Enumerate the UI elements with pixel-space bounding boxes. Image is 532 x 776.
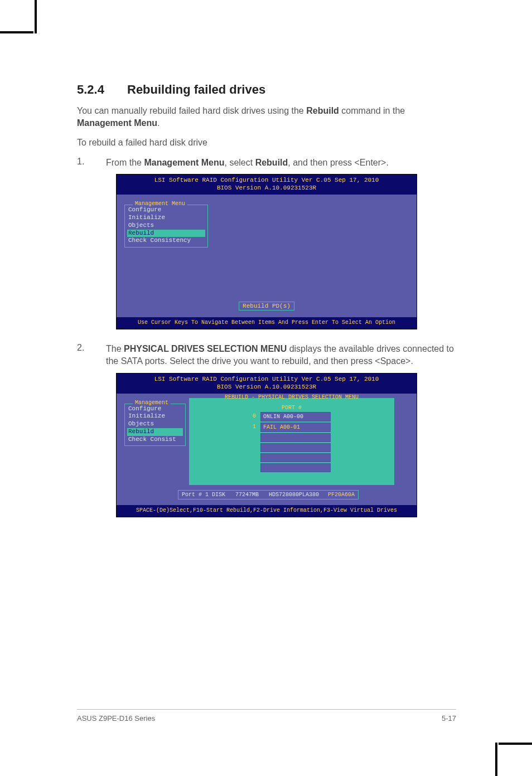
info-firmware: PF20A60A xyxy=(328,492,355,498)
page-content: 5.2.4Rebuilding failed drives You can ma… xyxy=(77,83,456,531)
drive-selection-panel: REBUILD - PHYSICAL DRIVES SELECTION MENU… xyxy=(189,398,394,485)
step-number: 2. xyxy=(77,343,106,367)
bios-body: Management Menu Configure Initialize Obj… xyxy=(117,195,417,317)
menu-item-rebuild[interactable]: Rebuild xyxy=(127,428,183,436)
info-port: Port # 1 DISK xyxy=(182,492,225,498)
bios-title: LSI Software RAID Configuration Utility … xyxy=(117,174,417,185)
drive-row-empty xyxy=(253,443,331,452)
drive-cell: FAIL A00-01 xyxy=(260,423,331,432)
menu-item-configure[interactable]: Configure xyxy=(127,206,205,214)
menu-item-objects[interactable]: Objects xyxy=(127,222,205,230)
bios-body: Management Configure Initialize Objects … xyxy=(117,394,417,505)
drive-info-row: Port # 1 DISK 77247MB HDS728080PLA380 PF… xyxy=(178,490,359,499)
management-menu: Management Configure Initialize Objects … xyxy=(124,404,186,447)
menu-item-check[interactable]: Check Consistency xyxy=(127,237,205,245)
step-text: From the Management Menu, select Rebuild… xyxy=(106,157,456,169)
footer-right: 5-17 xyxy=(442,714,456,722)
menu-item-objects[interactable]: Objects xyxy=(127,420,183,428)
menu-item-rebuild[interactable]: Rebuild xyxy=(127,230,205,237)
bios-screenshot-1: LSI Software RAID Configuration Utility … xyxy=(116,174,417,329)
bios-screenshot-2: LSI Software RAID Configuration Utility … xyxy=(116,373,417,517)
management-menu: Management Menu Configure Initialize Obj… xyxy=(124,205,208,248)
page-footer: ASUS Z9PE-D16 Series 5-17 xyxy=(77,709,456,722)
drive-row-1[interactable]: 1 FAIL A00-01 xyxy=(253,423,331,432)
section-number: 5.2.4 xyxy=(77,83,127,97)
menu-title: Management xyxy=(133,400,171,406)
drive-index: 1 xyxy=(253,423,260,432)
bios-footer: Use Cursor Keys To Navigate Between Item… xyxy=(117,317,417,329)
bios-subtitle: BIOS Version A.10.09231523R xyxy=(117,185,417,195)
step-number: 1. xyxy=(77,157,106,169)
menu-item-check[interactable]: Check Consist xyxy=(127,436,183,444)
lead-paragraph: To rebuild a failed hard disk drive xyxy=(77,137,456,149)
menu-item-configure[interactable]: Configure xyxy=(127,405,183,413)
drive-row-empty xyxy=(253,433,331,442)
step-1: 1. From the Management Menu, select Rebu… xyxy=(77,157,456,169)
drive-cell: ONLIN A00-00 xyxy=(260,412,331,421)
step-list-2: 2. The PHYSICAL DRIVES SELECTION MENU di… xyxy=(77,343,456,367)
drive-column: PORT # 0 ONLIN A00-00 1 FAIL A00-01 xyxy=(253,405,331,472)
intro-paragraph: You can manually rebuild failed hard dis… xyxy=(77,105,456,129)
bios-footer: SPACE-(De)Select,F10-Start Rebuild,F2-Dr… xyxy=(117,505,417,517)
bios-title: LSI Software RAID Configuration Utility … xyxy=(117,374,417,384)
step-text: The PHYSICAL DRIVES SELECTION MENU displ… xyxy=(106,343,456,367)
bios-subtitle: BIOS Version A.10.09231523R xyxy=(117,384,417,394)
section-title: Rebuilding failed drives xyxy=(127,83,265,96)
info-size: 77247MB xyxy=(235,492,259,498)
step-list: 1. From the Management Menu, select Rebu… xyxy=(77,157,456,169)
panel-title: REBUILD - PHYSICAL DRIVES SELECTION MENU xyxy=(223,394,361,400)
menu-item-initialize[interactable]: Initialize xyxy=(127,413,183,420)
info-model: HDS728080PLA380 xyxy=(269,492,319,498)
drive-index: 0 xyxy=(253,412,260,421)
section-heading: 5.2.4Rebuilding failed drives xyxy=(77,83,456,97)
menu-title: Management Menu xyxy=(133,201,187,207)
footer-left: ASUS Z9PE-D16 Series xyxy=(77,714,155,722)
drive-row-0[interactable]: 0 ONLIN A00-00 xyxy=(253,412,331,421)
port-header: PORT # xyxy=(253,405,331,411)
step-2: 2. The PHYSICAL DRIVES SELECTION MENU di… xyxy=(77,343,456,367)
menu-item-initialize[interactable]: Initialize xyxy=(127,214,205,222)
crop-mark xyxy=(35,0,37,33)
crop-mark xyxy=(495,743,497,776)
drive-row-empty xyxy=(253,463,331,472)
crop-mark xyxy=(499,743,532,745)
drive-row-empty xyxy=(253,453,331,462)
crop-mark xyxy=(0,31,33,33)
rebuild-tag: Rebuild PD(s) xyxy=(239,302,294,311)
